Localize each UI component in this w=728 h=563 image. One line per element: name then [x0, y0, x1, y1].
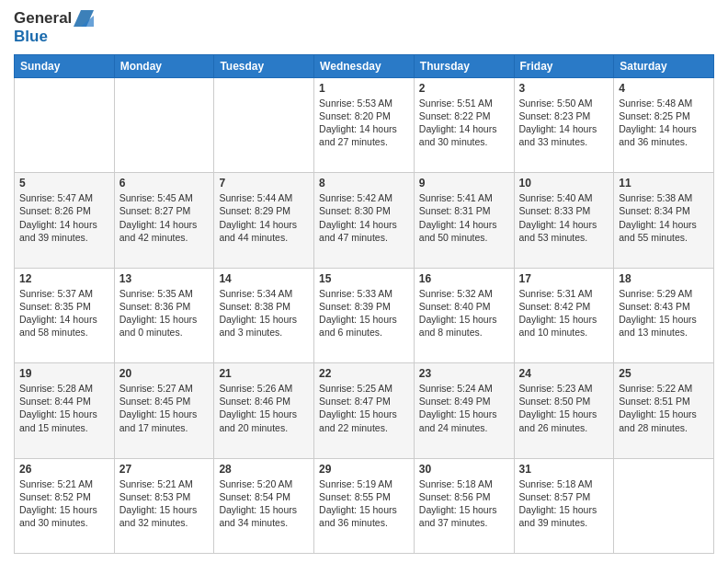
calendar-cell: 19Sunrise: 5:28 AMSunset: 8:44 PMDayligh… — [15, 363, 115, 458]
day-info: Sunrise: 5:23 AM — [519, 382, 609, 395]
day-info: Sunrise: 5:28 AM — [19, 382, 109, 395]
day-info: Sunrise: 5:25 AM — [319, 382, 409, 395]
day-number: 7 — [219, 177, 309, 190]
day-info: Daylight: 15 hours and 39 minutes. — [519, 503, 609, 529]
day-number: 30 — [419, 463, 509, 476]
day-number: 15 — [319, 272, 409, 285]
day-info: Sunrise: 5:32 AM — [419, 287, 509, 300]
calendar-cell: 22Sunrise: 5:25 AMSunset: 8:47 PMDayligh… — [314, 363, 415, 458]
calendar-cell: 14Sunrise: 5:34 AMSunset: 8:38 PMDayligh… — [214, 268, 314, 362]
day-info: Daylight: 14 hours and 30 minutes. — [419, 122, 509, 148]
calendar-cell: 23Sunrise: 5:24 AMSunset: 8:49 PMDayligh… — [414, 363, 514, 458]
day-info: Sunset: 8:56 PM — [419, 490, 509, 503]
day-info: Sunrise: 5:48 AM — [619, 97, 709, 109]
calendar-cell: 11Sunrise: 5:38 AMSunset: 8:34 PMDayligh… — [614, 173, 714, 268]
day-info: Sunrise: 5:53 AM — [319, 97, 409, 109]
calendar-cell: 29Sunrise: 5:19 AMSunset: 8:55 PMDayligh… — [314, 458, 415, 553]
day-info: Sunset: 8:31 PM — [419, 204, 509, 217]
day-info: Daylight: 15 hours and 28 minutes. — [619, 408, 709, 433]
day-info: Sunset: 8:35 PM — [19, 300, 109, 313]
calendar-cell: 6Sunrise: 5:45 AMSunset: 8:27 PMDaylight… — [114, 173, 214, 268]
day-info: Daylight: 15 hours and 17 minutes. — [119, 408, 210, 433]
calendar-cell: 17Sunrise: 5:31 AMSunset: 8:42 PMDayligh… — [514, 268, 614, 362]
calendar: SundayMondayTuesdayWednesdayThursdayFrid… — [14, 54, 714, 554]
day-info: Sunset: 8:30 PM — [319, 204, 409, 217]
day-number: 3 — [519, 82, 609, 95]
day-number: 26 — [19, 463, 109, 476]
day-number: 16 — [419, 272, 509, 285]
day-info: Daylight: 15 hours and 26 minutes. — [519, 408, 609, 433]
day-info: Sunrise: 5:20 AM — [219, 477, 309, 490]
day-info: Daylight: 15 hours and 13 minutes. — [619, 313, 709, 339]
day-info: Daylight: 14 hours and 53 minutes. — [519, 218, 609, 244]
day-info: Sunrise: 5:21 AM — [19, 477, 109, 490]
day-number: 1 — [319, 82, 409, 95]
calendar-cell — [15, 77, 115, 172]
day-info: Sunrise: 5:29 AM — [619, 287, 709, 300]
day-number: 20 — [119, 367, 210, 380]
day-info: Daylight: 14 hours and 50 minutes. — [419, 218, 509, 244]
day-number: 13 — [119, 272, 210, 285]
day-number: 25 — [619, 367, 709, 380]
day-number: 18 — [619, 272, 709, 285]
day-number: 9 — [419, 177, 509, 190]
day-number: 6 — [119, 177, 210, 190]
calendar-cell: 13Sunrise: 5:35 AMSunset: 8:36 PMDayligh… — [114, 268, 214, 362]
calendar-cell: 27Sunrise: 5:21 AMSunset: 8:53 PMDayligh… — [114, 458, 214, 553]
day-info: Daylight: 14 hours and 47 minutes. — [319, 218, 409, 244]
day-info: Sunrise: 5:50 AM — [519, 97, 609, 109]
day-number: 28 — [219, 463, 309, 476]
day-info: Sunset: 8:34 PM — [619, 204, 709, 217]
day-info: Sunrise: 5:35 AM — [119, 287, 210, 300]
week-row-3: 12Sunrise: 5:37 AMSunset: 8:35 PMDayligh… — [15, 268, 714, 362]
day-info: Daylight: 15 hours and 37 minutes. — [419, 503, 509, 529]
day-info: Sunrise: 5:44 AM — [219, 191, 309, 204]
day-number: 14 — [219, 272, 309, 285]
day-info: Sunset: 8:43 PM — [619, 300, 709, 313]
calendar-cell — [214, 77, 314, 172]
weekday-header-wednesday: Wednesday — [314, 54, 415, 77]
week-row-4: 19Sunrise: 5:28 AMSunset: 8:44 PMDayligh… — [15, 363, 714, 458]
day-info: Sunset: 8:23 PM — [519, 109, 609, 122]
day-info: Daylight: 15 hours and 20 minutes. — [219, 408, 309, 433]
day-info: Sunset: 8:50 PM — [519, 395, 609, 408]
week-row-2: 5Sunrise: 5:47 AMSunset: 8:26 PMDaylight… — [15, 173, 714, 268]
day-info: Sunset: 8:51 PM — [619, 395, 709, 408]
day-info: Daylight: 14 hours and 55 minutes. — [619, 218, 709, 244]
day-number: 19 — [19, 367, 109, 380]
day-info: Sunrise: 5:41 AM — [419, 191, 509, 204]
day-number: 27 — [119, 463, 210, 476]
day-info: Sunset: 8:42 PM — [519, 300, 609, 313]
calendar-cell: 10Sunrise: 5:40 AMSunset: 8:33 PMDayligh… — [514, 173, 614, 268]
day-info: Sunset: 8:53 PM — [119, 490, 210, 503]
day-info: Sunrise: 5:19 AM — [319, 477, 409, 490]
week-row-1: 1Sunrise: 5:53 AMSunset: 8:20 PMDaylight… — [15, 77, 714, 172]
day-info: Sunrise: 5:47 AM — [19, 191, 109, 204]
day-number: 23 — [419, 367, 509, 380]
day-info: Sunset: 8:46 PM — [219, 395, 309, 408]
calendar-cell: 12Sunrise: 5:37 AMSunset: 8:35 PMDayligh… — [15, 268, 115, 362]
calendar-cell: 26Sunrise: 5:21 AMSunset: 8:52 PMDayligh… — [15, 458, 115, 553]
day-info: Sunset: 8:36 PM — [119, 300, 210, 313]
day-info: Daylight: 15 hours and 8 minutes. — [419, 313, 509, 339]
calendar-cell: 9Sunrise: 5:41 AMSunset: 8:31 PMDaylight… — [414, 173, 514, 268]
day-info: Daylight: 15 hours and 30 minutes. — [19, 503, 109, 529]
day-info: Sunrise: 5:45 AM — [119, 191, 210, 204]
day-info: Sunrise: 5:24 AM — [419, 382, 509, 395]
day-info: Sunset: 8:25 PM — [619, 109, 709, 122]
calendar-cell: 30Sunrise: 5:18 AMSunset: 8:56 PMDayligh… — [414, 458, 514, 553]
day-info: Sunrise: 5:21 AM — [119, 477, 210, 490]
calendar-cell: 20Sunrise: 5:27 AMSunset: 8:45 PMDayligh… — [114, 363, 214, 458]
day-info: Sunrise: 5:18 AM — [419, 477, 509, 490]
day-info: Sunrise: 5:37 AM — [19, 287, 109, 300]
day-info: Sunset: 8:49 PM — [419, 395, 509, 408]
day-info: Sunset: 8:55 PM — [319, 490, 409, 503]
day-number: 12 — [19, 272, 109, 285]
calendar-cell: 18Sunrise: 5:29 AMSunset: 8:43 PMDayligh… — [614, 268, 714, 362]
calendar-cell: 24Sunrise: 5:23 AMSunset: 8:50 PMDayligh… — [514, 363, 614, 458]
day-info: Sunset: 8:26 PM — [19, 204, 109, 217]
day-number: 29 — [319, 463, 409, 476]
calendar-cell: 21Sunrise: 5:26 AMSunset: 8:46 PMDayligh… — [214, 363, 314, 458]
weekday-header-monday: Monday — [114, 54, 214, 77]
day-info: Sunrise: 5:51 AM — [419, 97, 509, 109]
